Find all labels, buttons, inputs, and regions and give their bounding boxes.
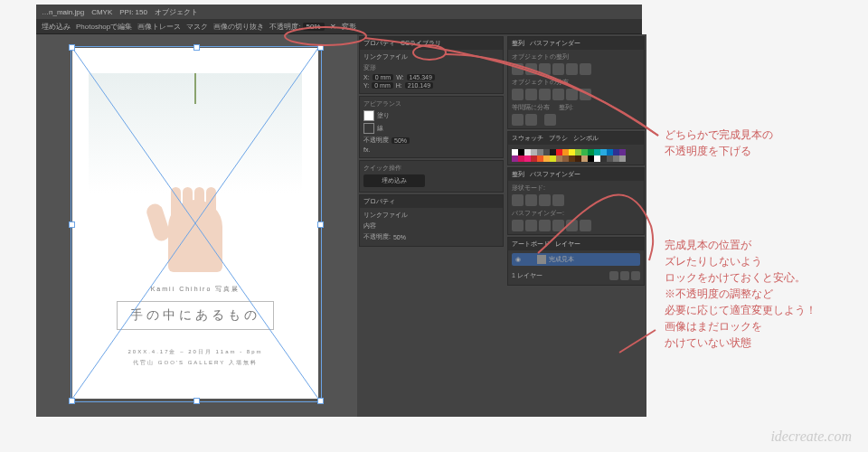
transform-label[interactable]: 変形 — [342, 22, 356, 32]
image-trace-button[interactable]: 画像トレース — [137, 22, 181, 32]
color-mode: CMYK — [91, 8, 112, 16]
ppi-readout: PPI: 150 — [119, 8, 147, 16]
right-dock: プロパティCCライブラリ リンクファイル 変形 X:0 mm W:145.349… — [357, 34, 646, 417]
appearance-opacity-field[interactable]: 50% — [392, 137, 410, 144]
fill-swatch[interactable] — [363, 110, 374, 121]
link-opacity-value: 50% — [393, 234, 406, 240]
menubar: …n_main.jpg CMYK PPI: 150 オブジェクト — [36, 5, 642, 19]
hand-graphic — [127, 182, 263, 272]
crop-button[interactable]: 画像の切り抜き — [213, 22, 264, 32]
visibility-icon[interactable]: ◉ — [514, 255, 523, 264]
quick-actions-panel[interactable]: クイック操作 埋め込み — [359, 160, 504, 193]
layer-row[interactable]: ◉ 完成見本 — [512, 253, 640, 266]
annotation-lock: 完成見本の位置が ズレたりしないよう ロックをかけておくと安心。 ※不透明度の調… — [665, 237, 816, 351]
appearance-panel[interactable]: アピアランス 塗り 線 不透明度50% fx. — [359, 96, 504, 158]
link-panel[interactable]: プロパティ リンクファイル 内容 不透明度:50% — [359, 194, 504, 247]
layer-name: 完成見本 — [549, 255, 574, 264]
options-bar: 埋め込み Photoshopで編集 画像トレース マスク 画像の切り抜き 不透明… — [36, 19, 642, 34]
mask-button[interactable]: マスク — [186, 22, 208, 32]
annotation-opacity: どちらかで完成見本の不透明度を下げる — [665, 127, 773, 159]
poster-title: 手の中にあるもの — [72, 301, 318, 330]
poster-subtitle: Kamii Chihiro 写真展 — [72, 285, 318, 294]
lock-icon[interactable] — [525, 255, 534, 264]
edit-photoshop-button[interactable]: Photoshopで編集 — [76, 22, 132, 32]
pathfinder-panel[interactable]: 整列パスファインダー 形状モード: パスファインダー: — [507, 167, 645, 235]
stroke-swatch[interactable] — [363, 123, 374, 134]
embed-button[interactable]: 埋め込み — [42, 22, 71, 32]
canvas[interactable]: Somethingin your hand Kamii Chihiro 写真展 … — [36, 34, 357, 417]
poster-place: 代官山 GOO'S GALLERY 入場無料 — [72, 359, 318, 367]
watermark: idecreate.com — [770, 428, 852, 445]
properties-panel[interactable]: プロパティCCライブラリ リンクファイル 変形 X:0 mm W:145.349… — [359, 36, 504, 94]
poster-date: 20XX.4.17金 – 20日月 11am - 8pm — [72, 348, 318, 356]
illustrator-window: …n_main.jpg CMYK PPI: 150 オブジェクト 埋め込み Ph… — [36, 5, 642, 416]
align-panel[interactable]: 整列パスファインダー オブジェクトの整列 オブジェクトの分布 等間隔に分布 整列… — [507, 36, 645, 129]
quick-embed-button[interactable]: 埋め込み — [363, 174, 425, 187]
layers-panel[interactable]: アートボードレイヤー ◉ 完成見本 1 レイヤー — [507, 237, 645, 286]
placed-image[interactable] — [89, 73, 302, 272]
overprint-label: オブジェクト — [155, 7, 198, 17]
close-icon[interactable]: ✕ — [330, 23, 336, 31]
doc-filename: …n_main.jpg — [42, 8, 84, 16]
opacity-field[interactable]: 50% — [303, 23, 325, 31]
artboard: Somethingin your hand Kamii Chihiro 写真展 … — [72, 48, 318, 399]
swatch-grid[interactable] — [512, 149, 640, 162]
opacity-label: 不透明度: — [269, 22, 300, 32]
swatches-panel[interactable]: スウォッチブラシシンボル — [507, 131, 645, 165]
